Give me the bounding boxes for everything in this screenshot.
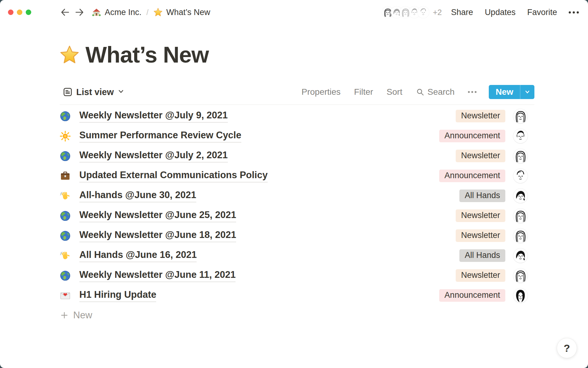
briefcase-icon: [60, 171, 71, 182]
breadcrumb: Acme Inc. / What’s New: [92, 8, 210, 17]
person-avatar: [513, 169, 528, 183]
help-button[interactable]: ?: [557, 338, 577, 358]
sort-button[interactable]: Sort: [386, 87, 402, 97]
minimize-window-button[interactable]: [17, 10, 22, 15]
page-link[interactable]: Weekly Newsletter @July 2, 2021: [79, 150, 228, 163]
tag-badge[interactable]: Newsletter: [456, 110, 505, 122]
chevron-down-icon: [524, 89, 530, 95]
house-icon: [92, 8, 101, 17]
zoom-window-button[interactable]: [26, 10, 31, 15]
breadcrumb-workspace[interactable]: Acme Inc.: [92, 8, 141, 17]
more-options-icon[interactable]: [569, 11, 579, 13]
sun-icon: [60, 131, 71, 142]
list-item[interactable]: Summer Performance Review Cycle Announce…: [60, 126, 534, 146]
properties-button[interactable]: Properties: [301, 87, 341, 97]
view-switcher[interactable]: List view: [63, 87, 124, 97]
wave-icon: [60, 250, 71, 261]
plus-icon: [60, 311, 68, 319]
help-button-label: ?: [564, 342, 570, 354]
globe-icon: [60, 151, 71, 162]
view-options-icon[interactable]: [468, 91, 477, 93]
list-item[interactable]: Weekly Newsletter @July 2, 2021 Newslett…: [60, 146, 534, 166]
forward-arrow-icon[interactable]: [74, 6, 86, 18]
person-avatar: [513, 248, 528, 263]
love-letter-icon: [60, 290, 71, 301]
page-link[interactable]: Weekly Newsletter @June 25, 2021: [79, 209, 236, 222]
list-view-icon: [63, 87, 73, 97]
globe-icon: [60, 210, 71, 221]
list-item[interactable]: Weekly Newsletter @June 11, 2021 Newslet…: [60, 266, 534, 286]
add-new-row-button[interactable]: New: [60, 305, 534, 325]
tag-badge[interactable]: Announcement: [439, 289, 505, 302]
list-item[interactable]: Updated External Communications Policy A…: [60, 166, 534, 186]
window-controls: [8, 10, 31, 15]
person-avatar: [513, 109, 528, 123]
tag-badge[interactable]: Announcement: [439, 130, 505, 142]
new-button-label[interactable]: New: [489, 85, 520, 99]
wave-icon: [60, 190, 71, 201]
globe-icon: [60, 270, 71, 281]
add-new-row-label: New: [73, 310, 92, 321]
view-switcher-label: List view: [76, 87, 114, 97]
updates-button[interactable]: Updates: [485, 8, 516, 17]
page-link[interactable]: Summer Performance Review Cycle: [79, 130, 241, 143]
list-item[interactable]: All Hands @June 16, 2021 All Hands: [60, 246, 534, 266]
page-link[interactable]: All-hands @June 30, 2021: [79, 190, 196, 202]
list-item[interactable]: Weekly Newsletter @June 18, 2021 Newslet…: [60, 226, 534, 246]
filter-button[interactable]: Filter: [354, 87, 373, 97]
new-button-dropdown[interactable]: [520, 85, 534, 99]
page-link[interactable]: Weekly Newsletter @June 18, 2021: [79, 229, 236, 242]
person-avatar: [513, 288, 528, 303]
tag-badge[interactable]: Newsletter: [456, 229, 505, 242]
page-title-text[interactable]: What’s New: [85, 42, 209, 68]
globe-icon: [60, 230, 71, 241]
person-avatar: [513, 209, 528, 223]
star-icon: [153, 8, 163, 17]
share-button[interactable]: Share: [451, 8, 473, 17]
back-arrow-icon[interactable]: [59, 6, 71, 18]
close-window-button[interactable]: [8, 10, 13, 15]
person-avatar: [513, 268, 528, 283]
tag-badge[interactable]: Newsletter: [456, 150, 505, 162]
person-avatar: [513, 228, 528, 243]
tag-badge[interactable]: All Hands: [459, 249, 505, 262]
list-item[interactable]: Weekly Newsletter @June 25, 2021 Newslet…: [60, 206, 534, 226]
breadcrumb-page[interactable]: What’s New: [153, 8, 210, 17]
tag-badge[interactable]: Announcement: [439, 170, 505, 182]
tag-badge[interactable]: Newsletter: [456, 269, 505, 282]
tag-badge[interactable]: All Hands: [459, 190, 505, 202]
list-item[interactable]: H1 Hiring Update Announcement: [60, 286, 534, 305]
view-toolbar: List view Properties Filter Sort Search …: [60, 85, 534, 105]
list-item[interactable]: Weekly Newsletter @July 9, 2021 Newslett…: [60, 106, 534, 126]
tag-badge[interactable]: Newsletter: [456, 209, 505, 222]
star-icon[interactable]: [60, 45, 79, 65]
breadcrumb-workspace-label: Acme Inc.: [105, 8, 141, 17]
page-link[interactable]: Updated External Communications Policy: [79, 170, 268, 182]
person-avatar: [513, 149, 528, 163]
notion-window: Acme Inc. / What’s New: [0, 0, 588, 368]
person-avatar: [513, 189, 528, 203]
page-list: Weekly Newsletter @July 9, 2021 Newslett…: [60, 106, 534, 305]
favorite-button[interactable]: Favorite: [527, 8, 557, 17]
new-button[interactable]: New: [489, 85, 534, 99]
page-title: What’s New: [60, 42, 534, 68]
list-item[interactable]: All-hands @June 30, 2021 All Hands: [60, 186, 534, 206]
page-link[interactable]: H1 Hiring Update: [79, 289, 156, 302]
collaborator-avatar[interactable]: [417, 6, 429, 18]
search-icon: [416, 88, 424, 96]
chevron-down-icon: [118, 88, 124, 96]
page-link[interactable]: Weekly Newsletter @June 11, 2021: [79, 269, 236, 282]
person-avatar: [513, 129, 528, 143]
avatar-overflow-count: +2: [433, 8, 442, 17]
search-button-label: Search: [428, 87, 455, 97]
page-link[interactable]: Weekly Newsletter @July 9, 2021: [79, 110, 228, 123]
page-link[interactable]: All Hands @June 16, 2021: [79, 249, 197, 262]
breadcrumb-page-label: What’s New: [166, 8, 210, 17]
search-button[interactable]: Search: [416, 87, 455, 97]
globe-icon: [60, 111, 71, 122]
window-topbar: Acme Inc. / What’s New: [0, 0, 588, 25]
sidebar-menu-icon[interactable]: [41, 9, 50, 16]
collaborator-avatars: [382, 6, 429, 18]
breadcrumb-separator: /: [146, 8, 149, 17]
